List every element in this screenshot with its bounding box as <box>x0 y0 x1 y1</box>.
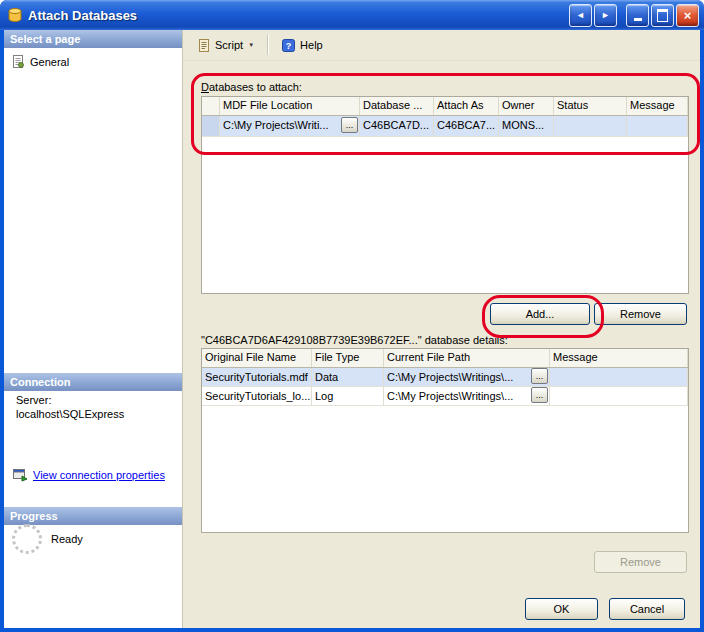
minimize-button[interactable] <box>626 4 649 27</box>
cell-original-file-name[interactable]: SecurityTutorials.mdf <box>202 368 312 386</box>
database-window-icon <box>7 7 23 23</box>
cell-owner[interactable]: MONS... <box>499 116 554 136</box>
browse-data-file-button[interactable]: ... <box>531 368 548 384</box>
select-a-page-header: Select a page <box>4 30 182 48</box>
nav-forward-icon: ► <box>601 10 610 20</box>
mdf-location-value: C:\My Projects\Writi... <box>223 119 329 131</box>
column-header-original-file-name[interactable]: Original File Name <box>202 349 312 367</box>
server-label: Server: <box>16 393 124 407</box>
cell-original-file-name[interactable]: SecurityTutorials_lo... <box>202 387 312 405</box>
column-header-owner[interactable]: Owner <box>499 97 554 115</box>
view-connection-properties-link[interactable]: View connection properties <box>33 469 165 481</box>
general-page-icon <box>11 54 25 69</box>
help-icon: ? <box>281 38 296 53</box>
connection-header: Connection <box>4 373 182 391</box>
column-header-current-file-path[interactable]: Current File Path <box>384 349 550 367</box>
file-path-value: C:\My Projects\Writings\... <box>387 371 513 383</box>
maximize-button[interactable] <box>651 4 674 27</box>
databases-to-attach-label: Databases to attach: <box>201 81 302 93</box>
progress-status: Ready <box>12 524 83 554</box>
column-header-message[interactable]: Message <box>627 97 688 115</box>
row-selector-cell[interactable] <box>202 116 220 136</box>
column-header-details-message[interactable]: Message <box>550 349 688 367</box>
script-icon <box>197 38 211 53</box>
databases-to-attach-grid[interactable]: MDF File Location Database ... Attach As… <box>201 96 689 294</box>
cell-database[interactable]: C46BCA7D... <box>360 116 434 136</box>
window-controls: ◄ ► × <box>569 4 699 27</box>
cell-details-message[interactable] <box>550 387 688 405</box>
main-panel: Script ▼ ? Help Databases to attach: <box>183 30 700 628</box>
script-button[interactable]: Script ▼ <box>191 34 260 57</box>
svg-text:?: ? <box>286 41 292 51</box>
script-label: Script <box>215 39 243 51</box>
details-table-row-mdf[interactable]: SecurityTutorials.mdf Data C:\My Project… <box>202 368 688 387</box>
browse-log-file-button[interactable]: ... <box>531 387 548 403</box>
minimize-icon <box>634 18 642 21</box>
cell-details-message[interactable] <box>550 368 688 386</box>
details-grid-header: Original File Name File Type Current Fil… <box>202 349 688 368</box>
close-icon: × <box>684 8 692 23</box>
cancel-button[interactable]: Cancel <box>609 598 685 620</box>
window-title: Attach Databases <box>28 8 137 23</box>
cell-current-file-path[interactable]: C:\My Projects\Writings\... ... <box>384 368 550 386</box>
server-value: localhost\SQLExpress <box>16 407 124 421</box>
cell-mdf-file-location[interactable]: C:\My Projects\Writi... ... <box>220 116 360 136</box>
connection-properties-icon <box>12 468 28 482</box>
maximize-icon <box>657 9 668 22</box>
cell-attach-as[interactable]: C46BCA7... <box>434 116 499 136</box>
connection-info: Server: localhost\SQLExpress <box>16 393 124 421</box>
column-header-selector[interactable] <box>202 97 220 115</box>
script-dropdown-icon[interactable]: ▼ <box>248 42 254 48</box>
cell-current-file-path[interactable]: C:\My Projects\Writings\... ... <box>384 387 550 405</box>
titlebar[interactable]: Attach Databases ◄ ► × <box>0 0 704 30</box>
progress-ready-label: Ready <box>51 533 83 545</box>
cell-status[interactable] <box>554 116 627 136</box>
column-header-status[interactable]: Status <box>554 97 627 115</box>
cell-file-type[interactable]: Log <box>312 387 384 405</box>
general-label: General <box>30 56 69 68</box>
nav-forward-button[interactable]: ► <box>594 4 617 27</box>
cell-file-type[interactable]: Data <box>312 368 384 386</box>
details-remove-button[interactable]: Remove <box>594 551 687 573</box>
ok-button[interactable]: OK <box>525 598 598 620</box>
details-table-row-log[interactable]: SecurityTutorials_lo... Log C:\My Projec… <box>202 387 688 406</box>
attach-databases-window: Attach Databases ◄ ► × Select a page Gen… <box>0 0 704 632</box>
help-button[interactable]: ? Help <box>275 34 329 57</box>
view-connection-properties-row: View connection properties <box>12 468 165 482</box>
nav-back-button[interactable]: ◄ <box>569 4 592 27</box>
toolbar-separator <box>267 35 268 55</box>
file-path-value: C:\My Projects\Writings\... <box>387 390 513 402</box>
close-button[interactable]: × <box>676 4 699 27</box>
column-header-database[interactable]: Database ... <box>360 97 434 115</box>
column-header-attach-as[interactable]: Attach As <box>434 97 499 115</box>
attach-grid-header: MDF File Location Database ... Attach As… <box>202 97 688 116</box>
help-label: Help <box>300 39 323 51</box>
column-header-mdf-file-location[interactable]: MDF File Location <box>220 97 360 115</box>
remove-button[interactable]: Remove <box>594 303 687 325</box>
dialog-toolbar: Script ▼ ? Help <box>183 30 700 61</box>
browse-mdf-button[interactable]: ... <box>341 117 358 133</box>
progress-spinner-icon <box>12 524 42 554</box>
database-details-label: "C46BCA7D6AF429108B7739E39B672EF..." dat… <box>201 334 508 346</box>
sidebar-item-general[interactable]: General <box>11 54 69 69</box>
sidebar: Select a page General Connection Server:… <box>4 30 183 628</box>
database-details-grid[interactable]: Original File Name File Type Current Fil… <box>201 348 689 533</box>
progress-header: Progress <box>4 507 182 525</box>
nav-back-icon: ◄ <box>576 10 585 20</box>
attach-table-row[interactable]: C:\My Projects\Writi... ... C46BCA7D... … <box>202 116 688 137</box>
column-header-file-type[interactable]: File Type <box>312 349 384 367</box>
cell-message[interactable] <box>627 116 688 136</box>
add-button[interactable]: Add... <box>490 303 590 325</box>
